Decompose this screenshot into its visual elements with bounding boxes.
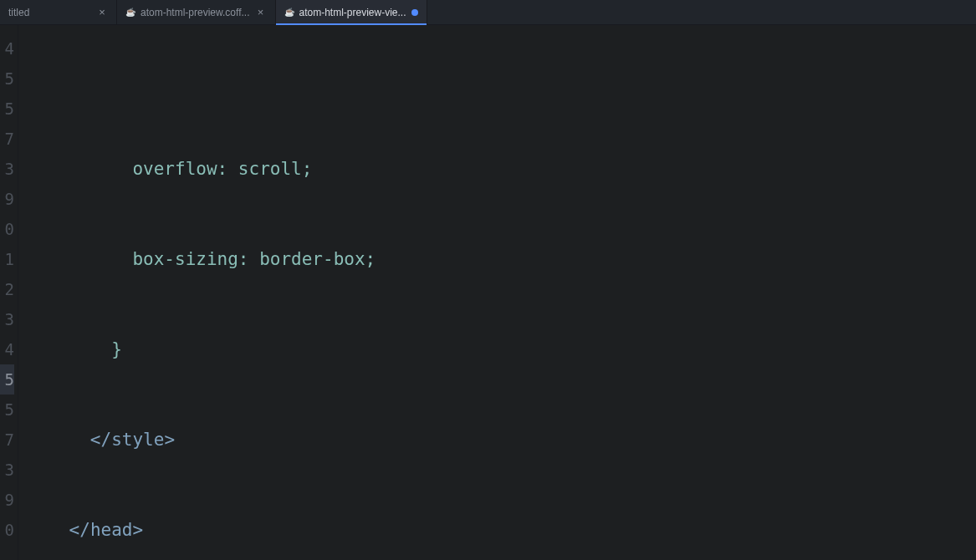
tab-title: atom-html-preview-vie... — [299, 7, 406, 18]
line-number: 0 — [0, 515, 14, 545]
tab-coffee-2[interactable]: ☕ atom-html-preview-vie... — [276, 0, 427, 24]
code-line: box-sizing: border-box; — [27, 244, 976, 274]
tab-title: atom-html-preview.coff... — [141, 7, 250, 18]
code-area[interactable]: overflow: scroll; box-sizing: border-box… — [18, 25, 976, 560]
modified-indicator-icon — [411, 9, 418, 16]
line-number-gutter: 4 5 5 7 3 9 0 1 2 3 4 5 5 7 3 9 0 — [0, 25, 18, 560]
coffee-icon: ☕ — [284, 8, 294, 18]
line-number: 2 — [0, 274, 14, 304]
code-line: overflow: scroll; — [27, 154, 976, 184]
line-number: 9 — [0, 184, 14, 214]
line-number: 9 — [0, 485, 14, 515]
close-icon[interactable]: × — [96, 7, 108, 18]
line-number: 5 — [0, 94, 14, 124]
tab-untitled[interactable]: titled × — [0, 0, 117, 24]
line-number: 3 — [0, 304, 14, 334]
line-number: 5 — [0, 64, 14, 94]
line-number: 7 — [0, 124, 14, 154]
line-number: 1 — [0, 244, 14, 274]
line-number: 4 — [0, 33, 14, 64]
line-number: 3 — [0, 154, 14, 184]
line-number: 5 — [0, 395, 14, 425]
line-number: 3 — [0, 455, 14, 485]
line-number: 7 — [0, 425, 14, 455]
tab-coffee-1[interactable]: ☕ atom-html-preview.coff... × — [117, 0, 276, 24]
line-number: 0 — [0, 214, 14, 244]
tab-title: titled — [8, 7, 91, 18]
line-number: 5 — [0, 364, 14, 395]
code-line: } — [27, 334, 976, 364]
close-icon[interactable]: × — [255, 7, 267, 18]
editor: 4 5 5 7 3 9 0 1 2 3 4 5 5 7 3 9 0 overfl… — [0, 25, 976, 560]
tab-bar: titled × ☕ atom-html-preview.coff... × ☕… — [0, 0, 976, 25]
coffee-icon: ☕ — [125, 8, 135, 18]
line-number: 4 — [0, 334, 14, 364]
code-line: </head> — [27, 515, 976, 545]
code-line: </style> — [27, 425, 976, 455]
